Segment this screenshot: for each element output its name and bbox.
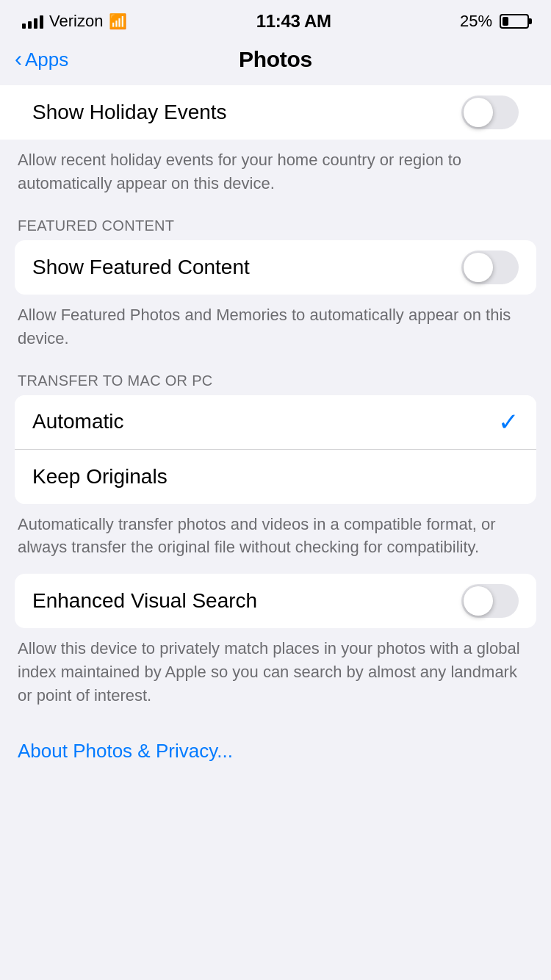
settings-content: Show Holiday Events Allow recent holiday… [0, 85, 551, 792]
transfer-section: TRANSFER TO MAC OR PC Automatic ✓ Keep O… [0, 365, 551, 574]
featured-content-toggle[interactable] [461, 251, 519, 284]
evs-description: Allow this device to privately match pla… [0, 628, 551, 722]
transfer-section-header: TRANSFER TO MAC OR PC [0, 365, 551, 395]
evs-card: Enhanced Visual Search [15, 574, 536, 628]
keep-originals-label: Keep Originals [32, 465, 168, 489]
battery-percent: 25% [460, 12, 492, 31]
transfer-card: Automatic ✓ Keep Originals [15, 395, 536, 504]
page-title: Photos [239, 47, 312, 72]
wifi-icon: 📶 [109, 12, 127, 30]
show-featured-content-row[interactable]: Show Featured Content [15, 240, 536, 295]
privacy-link[interactable]: About Photos & Privacy... [0, 722, 551, 792]
holiday-events-toggle[interactable] [461, 96, 519, 129]
featured-content-description: Allow Featured Photos and Memories to au… [0, 295, 551, 365]
checkmark-icon: ✓ [498, 407, 519, 436]
status-right: 25% [460, 12, 529, 31]
featured-content-section: FEATURED CONTENT Show Featured Content A… [0, 210, 551, 365]
keep-originals-row[interactable]: Keep Originals [15, 450, 536, 504]
carrier-label: Verizon [49, 12, 103, 31]
holiday-events-description: Allow recent holiday events for your hom… [0, 140, 551, 210]
evs-row[interactable]: Enhanced Visual Search [15, 574, 536, 628]
holiday-events-label: Show Holiday Events [32, 101, 227, 124]
featured-content-card: Show Featured Content [15, 240, 536, 295]
signal-bars-icon [22, 14, 43, 29]
time-label: 11:43 AM [256, 11, 331, 32]
evs-toggle[interactable] [461, 584, 519, 618]
holiday-events-row[interactable]: Show Holiday Events [15, 85, 536, 140]
featured-content-header: FEATURED CONTENT [0, 210, 551, 240]
chevron-left-icon: ‹ [15, 48, 22, 70]
enhanced-visual-search-section: Enhanced Visual Search Allow this device… [0, 574, 551, 722]
transfer-description: Automatically transfer photos and videos… [0, 504, 551, 574]
automatic-label: Automatic [32, 410, 124, 433]
status-bar: Verizon 📶 11:43 AM 25% [0, 0, 551, 40]
status-left: Verizon 📶 [22, 12, 127, 31]
show-featured-content-label: Show Featured Content [32, 256, 250, 279]
battery-icon [500, 14, 529, 29]
back-button[interactable]: ‹ Apps [15, 48, 68, 71]
evs-label: Enhanced Visual Search [32, 589, 257, 613]
holiday-events-card: Show Holiday Events [15, 85, 536, 140]
automatic-row[interactable]: Automatic ✓ [15, 395, 536, 450]
nav-bar: ‹ Apps Photos [0, 40, 551, 85]
back-label: Apps [25, 48, 68, 71]
